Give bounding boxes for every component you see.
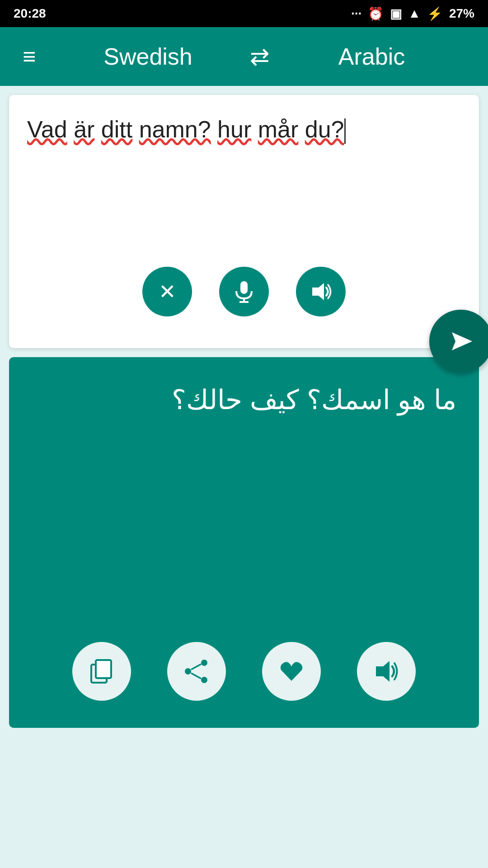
svg-line-11	[191, 673, 201, 679]
svg-point-7	[201, 660, 207, 666]
battery-icon: 27%	[449, 6, 474, 21]
word-mar: mår	[258, 116, 299, 142]
svg-rect-0	[240, 281, 248, 294]
svg-point-8	[185, 668, 191, 675]
status-icons: ··· ⏰ ▣ ▲ ⚡ 27%	[351, 6, 474, 21]
heart-icon	[278, 658, 305, 684]
word-namn: namn?	[139, 116, 211, 142]
mic-icon	[233, 280, 255, 303]
speaker-icon-source	[310, 280, 332, 303]
status-bar: 20:28 ··· ⏰ ▣ ▲ ⚡ 27%	[0, 0, 488, 27]
svg-rect-6	[96, 660, 111, 678]
swap-languages-button[interactable]: ⇄	[242, 43, 278, 70]
source-language[interactable]: Swedish	[54, 43, 242, 70]
word-hur: hur	[217, 116, 251, 142]
speaker-icon-translation	[373, 658, 399, 684]
input-action-buttons: ✕	[27, 267, 461, 316]
text-cursor	[344, 118, 346, 144]
copy-button[interactable]	[72, 642, 131, 701]
sim-icon: ▣	[390, 6, 402, 21]
speaker-button-translation[interactable]	[357, 642, 416, 701]
signal-icon: ▲	[408, 6, 421, 21]
main-content: Vad är ditt namn? hur mår du? ✕	[0, 95, 488, 728]
svg-marker-4	[452, 332, 472, 350]
svg-point-9	[201, 677, 207, 683]
translated-text: ما هو اسمك؟ كيف حالك؟	[32, 380, 456, 420]
translation-panel: ما هو اسمك؟ كيف حالك؟	[9, 357, 479, 728]
translation-action-buttons	[9, 642, 479, 701]
alarm-icon: ⏰	[368, 6, 384, 21]
svg-marker-3	[312, 283, 324, 300]
target-language[interactable]: Arabic	[278, 43, 465, 70]
word-du: du?	[305, 116, 344, 142]
share-icon	[183, 658, 210, 684]
svg-line-10	[191, 664, 201, 670]
copy-icon	[89, 658, 115, 684]
speaker-button-source[interactable]	[296, 267, 346, 316]
favorite-button[interactable]	[262, 642, 321, 701]
send-icon	[447, 328, 474, 355]
word-vad: Vad	[27, 116, 67, 142]
clear-button[interactable]: ✕	[142, 267, 192, 316]
translate-send-button[interactable]	[429, 310, 488, 373]
bolt-icon: ⚡	[427, 6, 443, 21]
word-ditt: ditt	[101, 116, 132, 142]
menu-button[interactable]: ≡	[23, 45, 54, 68]
source-text-input[interactable]: Vad är ditt namn? hur mår du?	[27, 113, 461, 249]
header-bar: ≡ Swedish ⇄ Arabic	[0, 27, 488, 86]
status-time: 20:28	[14, 6, 46, 21]
microphone-button[interactable]	[219, 267, 269, 316]
dots-icon: ···	[351, 6, 361, 21]
share-button[interactable]	[167, 642, 226, 701]
input-panel: Vad är ditt namn? hur mår du? ✕	[9, 95, 479, 348]
word-ar: är	[74, 116, 94, 142]
svg-marker-12	[376, 661, 389, 682]
